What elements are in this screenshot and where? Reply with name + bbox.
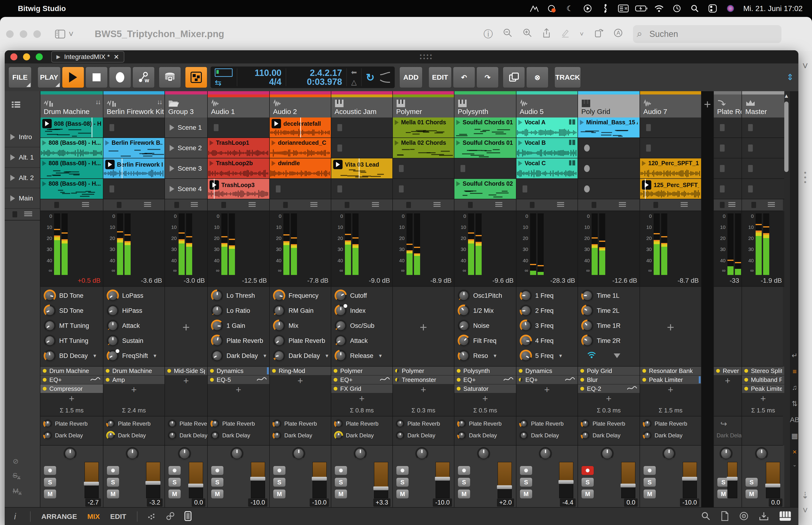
fader-handle[interactable] [497, 485, 512, 489]
record-arm-button[interactable] [211, 466, 224, 475]
macro-knob-cutoff[interactable] [335, 289, 347, 302]
macro-knob-frequency[interactable] [273, 289, 285, 302]
add-device-button[interactable]: + [640, 385, 701, 395]
clip-slot-empty[interactable] [578, 179, 640, 199]
preview-bottom-icons[interactable]: ⇣˅ [798, 488, 812, 518]
macro-knob-1-2-mix[interactable] [458, 304, 470, 317]
device-dynamics[interactable]: Dynamics [208, 366, 269, 375]
device-eq-[interactable]: EQ+ [517, 376, 578, 384]
device-fx-grid[interactable]: FX Grid [331, 385, 393, 393]
fader-handle[interactable] [188, 484, 203, 487]
clip-lines-icon[interactable] [768, 202, 775, 208]
device-enabled-dot[interactable] [334, 369, 337, 373]
stop-clips-button[interactable] [751, 202, 756, 208]
clip-808-bass-08-h-[interactable]: 808 (Bass-08) - H... [41, 159, 103, 179]
volume-fader[interactable] [727, 462, 737, 498]
zoom-in-icon[interactable] [523, 28, 532, 40]
rail-icon-6[interactable]: × [793, 448, 797, 456]
track-header-polysynth[interactable]: Polysynth [455, 91, 516, 118]
send-knob-dark-delay[interactable] [106, 431, 115, 440]
pan-knob[interactable] [719, 447, 733, 460]
scene-launch-scene-3[interactable]: Scene 3 [165, 159, 207, 179]
position-block[interactable]: 2.4.2.17 0:03.978 [286, 69, 347, 86]
clip-lines-icon[interactable] [557, 202, 564, 208]
scene-play-icon[interactable] [10, 175, 15, 181]
clip-mella-01-chords[interactable]: Mella 01 Chords [393, 118, 454, 138]
pan-knob[interactable] [415, 447, 428, 460]
clip-slot-empty[interactable] [331, 118, 393, 138]
volume-fader[interactable] [146, 462, 160, 498]
stop-clips-button[interactable] [221, 202, 226, 208]
volume-fader[interactable] [85, 462, 99, 498]
scene-play-icon[interactable] [10, 195, 15, 201]
device-blur[interactable]: Blur [578, 376, 640, 384]
song-position-value[interactable]: 2.4.2.17 [290, 69, 342, 77]
macro-knob-ht-tuning[interactable] [44, 335, 56, 347]
time-machine-icon[interactable] [671, 3, 683, 14]
device-enabled-dot[interactable] [334, 378, 337, 381]
device-peak-limiter[interactable]: Peak Limiter [742, 385, 784, 393]
fader-handle[interactable] [373, 486, 388, 490]
mute-button[interactable]: M [273, 489, 286, 499]
fader-handle[interactable] [312, 477, 327, 481]
keyboard-icon[interactable]: ⌘ [617, 3, 629, 14]
clip-slot-empty[interactable] [578, 138, 640, 159]
volume-fader[interactable] [251, 462, 265, 498]
add-track-button[interactable]: + [702, 91, 713, 118]
clip-lines-icon[interactable] [433, 202, 441, 208]
clip-slot-empty[interactable] [640, 138, 701, 159]
tempo-value[interactable]: 110.00 [242, 69, 281, 77]
solo-button[interactable]: S [520, 478, 532, 487]
chevron-down-icon[interactable]: ˅ [798, 60, 812, 72]
fader-handle[interactable] [558, 480, 573, 484]
send-knob-plate-reverb[interactable] [106, 419, 115, 428]
search-input[interactable] [633, 25, 781, 43]
pan-knob[interactable] [539, 447, 552, 460]
menubar-clock[interactable]: Mi. 21. Juni 17:02 [743, 4, 802, 13]
clip-soulful-chords-01-b[interactable]: Soulful Chords 01 B [455, 138, 516, 159]
send-knob-dark-delay[interactable] [211, 431, 219, 440]
clip-lines-icon[interactable] [191, 202, 198, 208]
sampler-icon[interactable] [739, 511, 749, 522]
add-device-button[interactable]: + [640, 288, 701, 366]
search-icon[interactable] [701, 511, 710, 522]
device-drum-machine[interactable]: Drum Machine [41, 366, 103, 375]
device-enabled-dot[interactable] [457, 378, 460, 381]
add-device-button[interactable]: + [742, 393, 784, 404]
macro-menu-icon[interactable]: ▼ [263, 353, 267, 359]
wifi-icon[interactable] [653, 3, 665, 14]
spotlight-icon[interactable] [689, 3, 701, 14]
clip-808-bass-08-h-[interactable]: 808 (Bass-08) - H... [41, 138, 103, 159]
send-knob-plate-reverb[interactable] [211, 419, 219, 428]
add-device-button[interactable]: + [165, 288, 207, 366]
scrollbar-thumb[interactable] [784, 102, 788, 172]
stop-clips-button[interactable] [654, 202, 658, 208]
delete-button[interactable]: ⊗ [526, 67, 548, 88]
record-arm-button[interactable] [335, 466, 347, 475]
script-icon[interactable] [599, 3, 612, 14]
track-header-plate-reverb[interactable]: Plate Reverb [714, 91, 741, 118]
macro-knob-mt-tuning[interactable] [44, 320, 56, 332]
loop-icon[interactable]: ↻ [366, 72, 374, 84]
macro-menu-icon[interactable]: ▼ [153, 353, 157, 359]
info-toggle-icon[interactable]: i [14, 512, 16, 522]
onscreen-keyboard-icon[interactable] [779, 511, 791, 522]
device-enabled-dot[interactable] [744, 378, 748, 381]
send-knob-dark-delay[interactable] [581, 431, 590, 440]
rail-icon-0[interactable]: ↵ [792, 351, 797, 360]
display-profile-icon[interactable] [184, 511, 191, 522]
zoom-out-icon[interactable] [503, 28, 513, 40]
device-enabled-dot[interactable] [457, 387, 460, 391]
macro-knob-sd-tone[interactable] [44, 304, 56, 317]
send-knob-dark-delay[interactable] [43, 431, 52, 440]
clip-lines-icon[interactable] [372, 202, 379, 208]
send-plate-reverb[interactable]: Plate Reverb [640, 418, 701, 430]
clip-dwindle[interactable]: dwindle [270, 159, 331, 179]
device-eq-[interactable]: EQ+ [455, 376, 516, 384]
device-eq-5[interactable]: EQ-5 [208, 376, 269, 384]
groove-button[interactable] [185, 67, 207, 88]
clip-808-bass-08-h-[interactable]: 808 (Bass-08) - H... [41, 118, 103, 138]
device-polysynth[interactable]: Polysynth [455, 366, 516, 375]
undo-button[interactable]: ↶ [453, 67, 475, 88]
device-enabled-dot[interactable] [744, 387, 748, 391]
